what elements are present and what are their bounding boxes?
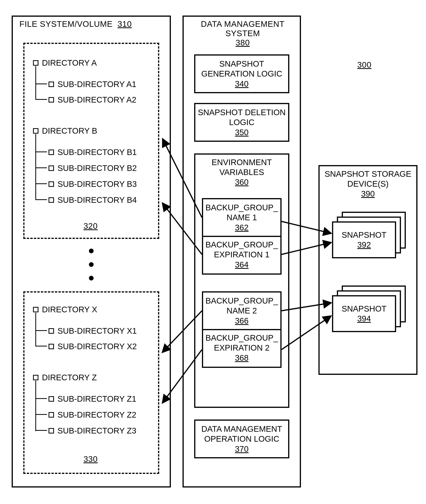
tree-line — [35, 381, 36, 431]
dms-ref: 380 — [235, 38, 250, 47]
bgn2-l1: BACKUP_GROUP_ — [203, 296, 280, 306]
snapshot-394-stack: SNAPSHOT 394 — [332, 286, 406, 334]
folder-icon — [49, 97, 54, 102]
folder-icon — [33, 375, 38, 380]
snap1-label: SNAPSHOT — [333, 230, 395, 240]
file-system-ref: 310 — [117, 19, 132, 29]
folder-icon — [49, 197, 54, 203]
sub-z2: SUB-DIRECTORY Z2 — [49, 410, 136, 419]
folder-icon — [49, 328, 54, 334]
op-logic-ref: 370 — [233, 444, 250, 454]
ellipsis-dot — [89, 262, 94, 267]
bgn2-l2: NAME 2 — [203, 306, 280, 316]
snap2-ref: 394 — [356, 314, 372, 324]
tree-line — [35, 199, 47, 200]
sub-z3: SUB-DIRECTORY Z3 — [49, 426, 136, 435]
folder-icon — [49, 396, 54, 402]
snap-del-box: SNAPSHOT DELETION LOGIC 350 — [194, 103, 289, 142]
op-logic-l1: DATA MANAGEMENT — [195, 424, 288, 434]
ellipsis-dot — [89, 276, 94, 281]
sub-a1: SUB-DIRECTORY A1 — [49, 80, 136, 89]
snap-gen-l2: GENERATION LOGIC — [195, 69, 288, 79]
folder-icon — [49, 166, 54, 171]
bge2-l1: BACKUP_GROUP_ — [203, 333, 280, 343]
sub-z2-label: SUB-DIRECTORY Z2 — [57, 410, 136, 419]
sub-x2: SUB-DIRECTORY X2 — [49, 342, 137, 351]
bgn1-box: BACKUP_GROUP_ NAME 1 362 — [202, 198, 282, 237]
bgn2-box: BACKUP_GROUP_ NAME 2 366 — [202, 291, 282, 330]
snap-del-ref: 350 — [233, 127, 250, 137]
tree-line — [35, 84, 47, 84]
sub-b3-label: SUB-DIRECTORY B3 — [57, 180, 137, 189]
env-title: ENVIRONMENT VARIABLES 360 — [194, 157, 289, 187]
snap-gen-box: SNAPSHOT GENERATION LOGIC 340 — [194, 54, 289, 93]
sub-b1: SUB-DIRECTORY B1 — [49, 148, 137, 157]
tree-line — [35, 99, 47, 100]
tree-line — [35, 414, 47, 415]
tree-line — [35, 183, 47, 184]
env-ref: 360 — [233, 177, 250, 187]
tree-line — [35, 330, 47, 331]
snap1-ref: 392 — [356, 240, 372, 250]
folder-icon — [33, 307, 38, 312]
folder-icon — [49, 412, 54, 418]
dms-title: DATA MANAGEMENT SYSTEM 380 — [188, 19, 297, 47]
snap-gen-ref: 340 — [233, 79, 250, 89]
bge1-l2: EXPIRATION 1 — [203, 250, 280, 259]
tree-line — [35, 346, 47, 346]
op-logic-l2: OPERATION LOGIC — [195, 434, 288, 444]
sub-z1-label: SUB-DIRECTORY Z1 — [57, 394, 136, 403]
dir-b-label: DIRECTORY B — [42, 126, 97, 136]
dir-z-label: DIRECTORY Z — [42, 373, 97, 382]
folder-icon — [33, 60, 38, 66]
dms-title-text: DATA MANAGEMENT SYSTEM — [201, 19, 284, 38]
bge2-l2: EXPIRATION 2 — [203, 343, 280, 353]
sub-b2-label: SUB-DIRECTORY B2 — [57, 164, 137, 173]
dir-x-label: DIRECTORY X — [42, 305, 97, 314]
figure-ref: 300 — [357, 60, 371, 70]
dir-z: DIRECTORY Z — [33, 373, 97, 382]
dir-x: DIRECTORY X — [33, 305, 97, 314]
folder-icon — [49, 150, 54, 155]
sub-x2-label: SUB-DIRECTORY X2 — [57, 342, 137, 351]
bge1-ref: 364 — [233, 260, 250, 270]
dir-a-label: DIRECTORY A — [42, 58, 97, 68]
bge2-ref: 368 — [233, 353, 250, 363]
group1-box — [23, 43, 159, 239]
snapshot-392-stack: SNAPSHOT 392 — [332, 212, 406, 260]
env-l2: VARIABLES — [194, 167, 289, 177]
dir-b: DIRECTORY B — [33, 126, 97, 136]
storage-title: SNAPSHOT STORAGE DEVICE(S) 390 — [319, 169, 418, 199]
sub-a1-label: SUB-DIRECTORY A1 — [57, 80, 136, 89]
bgn2-ref: 366 — [233, 316, 250, 326]
file-system-title-text: FILE SYSTEM/VOLUME — [19, 19, 113, 29]
tree-line — [35, 134, 36, 200]
dir-a: DIRECTORY A — [33, 58, 97, 68]
snap-del-l2: LOGIC — [195, 117, 288, 127]
ellipsis-dot — [89, 249, 94, 253]
bge1-box: BACKUP_GROUP_ EXPIRATION 1 364 — [202, 236, 282, 275]
sub-b4: SUB-DIRECTORY B4 — [49, 195, 137, 205]
folder-icon — [49, 181, 54, 187]
bge1-l1: BACKUP_GROUP_ — [203, 240, 280, 250]
snap-gen-l1: SNAPSHOT — [195, 59, 288, 69]
bge2-box: BACKUP_GROUP_ EXPIRATION 2 368 — [202, 329, 282, 368]
env-box — [194, 153, 289, 408]
sub-b1-label: SUB-DIRECTORY B1 — [57, 148, 137, 157]
tree-line — [35, 151, 47, 152]
storage-title-l2: DEVICE(S) — [319, 179, 418, 189]
tree-line — [35, 430, 47, 431]
bgn1-l1: BACKUP_GROUP_ — [203, 202, 280, 212]
bgn1-ref: 362 — [233, 223, 250, 232]
file-system-title: FILE SYSTEM/VOLUME 310 — [19, 19, 132, 29]
folder-icon — [49, 344, 54, 349]
tree-line — [35, 398, 47, 399]
tree-line — [35, 313, 36, 346]
folder-icon — [49, 82, 54, 87]
group2-ref: 330 — [84, 454, 98, 464]
sub-b3: SUB-DIRECTORY B3 — [49, 180, 137, 189]
sub-z1: SUB-DIRECTORY Z1 — [49, 394, 136, 403]
sub-a2: SUB-DIRECTORY A2 — [49, 95, 136, 104]
sub-x1-label: SUB-DIRECTORY X1 — [57, 326, 137, 336]
storage-ref: 390 — [360, 189, 376, 199]
